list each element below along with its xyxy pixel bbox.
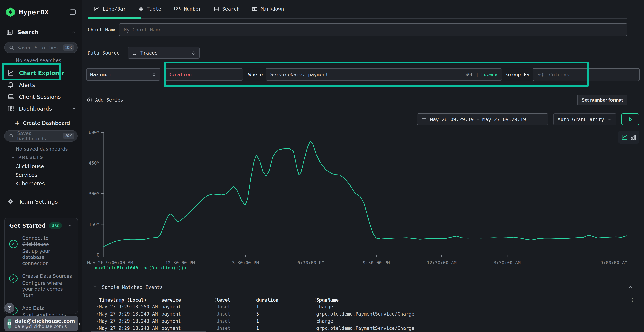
cell-service: payment (161, 318, 181, 324)
cell-level: Unset (216, 304, 230, 310)
svg-text:May 26 9:00:00 AM: May 26 9:00:00 AM (87, 260, 133, 265)
avatar: D (7, 318, 12, 328)
checklist-item-connect[interactable]: ✓ Connect to ClickHouse Set up your data… (9, 235, 73, 266)
no-saved-dashboards-text: No saved dashboards (16, 146, 68, 152)
checklist-item-datasources[interactable]: ✓ Create Data Sources Configure where yo… (9, 273, 73, 298)
add-series-button[interactable]: Add Series (86, 97, 123, 103)
column-grip-icon[interactable]: ⋮ (153, 297, 157, 302)
sidebar-item-dashboards[interactable]: Dashboards (7, 105, 76, 112)
sql-toggle-button[interactable]: SQL (465, 72, 473, 77)
svg-text:450M: 450M (89, 160, 100, 166)
tab-search[interactable]: Search (208, 0, 246, 18)
where-filter-input[interactable]: ServiceName: payment SQL | Lucene (266, 68, 502, 81)
cell-duration: 3 (256, 311, 259, 316)
run-query-button[interactable] (622, 114, 639, 125)
set-number-format-button[interactable]: Set number format (577, 95, 627, 105)
play-icon (627, 116, 634, 122)
tab-table[interactable]: Table (132, 0, 167, 18)
plus-circle-icon (86, 97, 93, 103)
divider (82, 278, 627, 278)
tab-number[interactable]: 123 Number (167, 0, 207, 18)
sidebar-item-label: Alerts (19, 82, 35, 88)
chart-name-input[interactable] (119, 23, 627, 36)
group-by-input[interactable] (533, 68, 640, 81)
cell-timestamp: May 27 9:29:18.250 AM (99, 304, 158, 310)
data-source-select[interactable]: Traces (128, 47, 200, 59)
aggregation-select[interactable]: Maximum (86, 68, 160, 81)
saved-dashboards-input[interactable]: Saved Dashboards ⌘K (4, 130, 78, 142)
preset-clickhouse-link[interactable]: ClickHouse (16, 163, 44, 170)
tab-line-bar[interactable]: Line/Bar (88, 0, 132, 18)
sidebar-collapse-icon[interactable] (69, 8, 77, 16)
sidebar-item-team-settings[interactable]: Team Settings (7, 198, 76, 205)
svg-text:150M: 150M (89, 222, 100, 227)
bar-chart-toggle-icon[interactable] (630, 134, 637, 140)
add-series-row: Add Series Set number format (86, 94, 627, 106)
svg-text:6:30:00 PM: 6:30:00 PM (298, 260, 324, 265)
chevron-up-icon[interactable] (68, 223, 73, 228)
create-dashboard-label: Create Dashboard (23, 120, 70, 126)
select-updown-icon (191, 50, 196, 56)
chevron-up-icon[interactable] (71, 106, 76, 111)
sidebar-item-chart-explorer[interactable]: Chart Explorer (7, 70, 76, 76)
tab-label: Markdown (261, 6, 284, 12)
column-header-timestamp[interactable]: Timestamp (Local) (99, 297, 146, 303)
app-title: HyperDX (19, 8, 49, 16)
bell-icon (7, 82, 14, 88)
column-header-spanname[interactable]: SpanName (316, 297, 339, 303)
shortcut-badge: ⌘K (63, 133, 74, 139)
metric-field-input[interactable]: Duration (164, 68, 243, 81)
user-email: dale@clickhouse.com (15, 318, 75, 324)
svg-text:600M: 600M (89, 130, 100, 135)
cell-level: Unset (216, 326, 230, 331)
cell-service: payment (161, 304, 181, 310)
svg-text:3:30:00 PM: 3:30:00 PM (232, 260, 259, 265)
column-header-duration[interactable]: duration (256, 297, 278, 303)
data-source-label: Data Source (88, 50, 128, 56)
sidebar-item-client-sessions[interactable]: Client Sessions (7, 93, 76, 100)
column-header-level[interactable]: level (216, 297, 230, 303)
chart-controls: May 26 09:29:19 - May 27 09:29:19 Auto G… (417, 114, 639, 125)
cell-level: Unset (216, 311, 230, 316)
chart-canvas: 0150M300M450M600M12:30:00 PM3:30:00 PM6:… (84, 124, 628, 266)
row-expand-icon[interactable]: › (96, 310, 99, 317)
shortcut-badge: ⌘K (63, 44, 74, 51)
svg-text:300M: 300M (89, 191, 100, 196)
gear-icon (7, 198, 14, 205)
aggregation-value: Maximum (90, 72, 110, 77)
row-expand-icon[interactable]: › (96, 318, 99, 324)
timeseries-chart[interactable]: 0150M300M450M600M12:30:00 PM3:30:00 PM6:… (84, 124, 628, 266)
collapse-section-icon[interactable] (628, 284, 633, 290)
user-menu[interactable]: D dale@clickhouse.com dale@clickhouse.co… (4, 316, 78, 331)
chevron-up-icon[interactable] (71, 30, 76, 35)
help-button[interactable]: ? (4, 303, 14, 313)
sidebar-item-search[interactable]: Search (6, 28, 76, 36)
hyperdx-chart-explorer-page: HyperDX Search Saved Searches ⌘K No save… (0, 0, 644, 332)
sample-events-header[interactable]: Sample Matched Events (92, 284, 633, 290)
table-row[interactable]: › May 27 9:29:18.250 AM payment Unset 1 … (82, 304, 644, 311)
date-range-input[interactable]: May 26 09:29:19 - May 27 09:29:19 (417, 114, 548, 125)
column-header-service[interactable]: service (161, 297, 181, 303)
table-row[interactable]: › May 27 9:29:18.243 AM payment Unset 1 … (82, 318, 644, 326)
horizontal-scrollbar[interactable] (90, 330, 206, 332)
granularity-select[interactable]: Auto Granularity (553, 114, 616, 125)
no-saved-searches-text: No saved searches (16, 58, 61, 63)
table-row[interactable]: › May 27 9:29:18.249 AM payment Unset 3 … (82, 311, 644, 318)
chart-explorer-icon (7, 70, 14, 76)
presets-section-toggle[interactable]: PRESETS (11, 155, 44, 160)
sidebar-item-alerts[interactable]: Alerts (7, 82, 76, 88)
sidebar-item-label: Client Sessions (19, 94, 61, 100)
create-dashboard-button[interactable]: + Create Dashboard (15, 120, 76, 127)
row-expand-icon[interactable]: › (96, 304, 99, 310)
saved-searches-input[interactable]: Saved Searches ⌘K (4, 42, 78, 53)
data-source-value: Traces (140, 50, 158, 56)
table-menu-icon[interactable]: ⋮ (630, 297, 635, 303)
chevron-down-icon (607, 117, 612, 122)
lucene-toggle-button[interactable]: Lucene (481, 72, 497, 77)
tab-markdown[interactable]: Markdown (246, 0, 290, 18)
svg-text:9:00:00 AM: 9:00:00 AM (600, 260, 627, 265)
get-started-progress-badge: 3/3 (49, 222, 62, 229)
row-expand-icon[interactable]: › (96, 325, 99, 331)
preset-kubernetes-link[interactable]: Kubernetes (16, 180, 45, 186)
preset-services-link[interactable]: Services (16, 172, 37, 178)
